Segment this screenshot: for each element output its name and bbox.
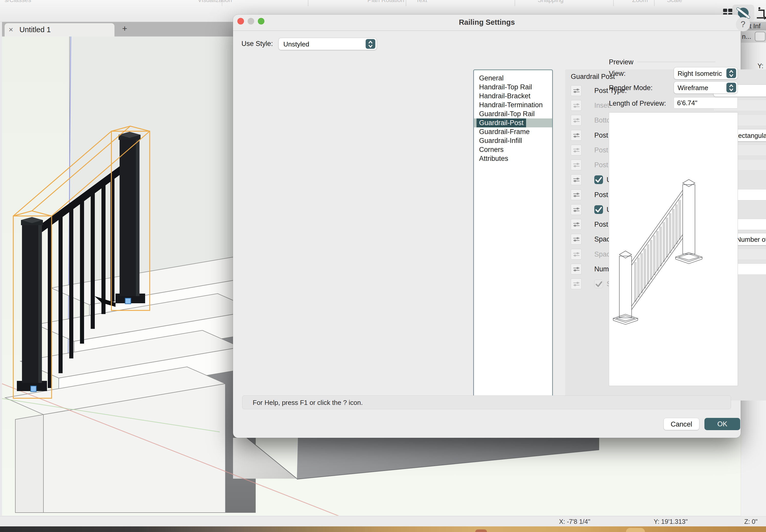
section-title: Guardrail Post — [571, 73, 615, 81]
toolbar-group-scale: Scale — [667, 0, 682, 4]
settings-category-list[interactable]: GeneralHandrail-Top RailHandrail-Bracket… — [473, 69, 553, 401]
category-item-guardrail-frame[interactable]: Guardrail-Frame — [474, 127, 552, 136]
dialog-help-button[interactable]: ? — [736, 17, 750, 31]
toolbar-separator — [406, 0, 406, 6]
selection-handle[interactable] — [31, 386, 36, 392]
stepper-icon — [726, 83, 736, 92]
category-item-handrail-bracket[interactable]: Handrail-Bracket — [474, 92, 552, 101]
tab-close-icon[interactable]: × — [9, 25, 13, 34]
dock-icon-peek — [475, 529, 487, 532]
help-bar: For Help, press F1 or click the ? icon. — [242, 395, 731, 409]
row-options-sliders-icon[interactable] — [571, 234, 582, 245]
preview-render-label: Render Mode: — [609, 84, 653, 92]
railing-settings-dialog: Railing Settings Use Style: Unstyled Gen… — [233, 15, 741, 438]
dock-strip — [0, 526, 766, 532]
crop-tool-icon[interactable] — [756, 7, 766, 20]
y-coordinate-label: Y: — [758, 62, 763, 70]
row-options-sliders-icon[interactable] — [571, 264, 582, 274]
preview-length-label: Length of Preview: — [609, 100, 666, 107]
ok-button[interactable]: OK — [704, 418, 740, 430]
toolbar-group-text: Text — [416, 0, 427, 4]
document-tab-bar: × Untitled 1 + — [2, 22, 235, 37]
cursor-y-readout: Y: 19'1.313" — [654, 518, 688, 525]
preview-title: Preview — [609, 58, 634, 66]
tab-untitled-1[interactable]: × Untitled 1 — [5, 23, 114, 37]
category-item-guardrail-post[interactable]: Guardrail-Post — [474, 118, 552, 127]
selection-handle[interactable] — [125, 298, 131, 304]
category-item-guardrail-top-rail[interactable]: Guardrail-Top Rail — [474, 110, 552, 118]
toolbar-separator — [514, 0, 515, 6]
toolbar-group-zoom: Zoom — [632, 0, 648, 4]
toolbar-group-classes: s/Classes — [5, 0, 31, 4]
row-options-sliders-icon[interactable] — [571, 174, 582, 185]
new-tab-button[interactable]: + — [122, 23, 127, 33]
toolbar-group-snapping: Snapping — [537, 0, 563, 4]
preview-view-label: View: — [609, 70, 626, 78]
row-options-sliders-icon[interactable] — [571, 145, 582, 155]
row-options-sliders-icon[interactable] — [571, 219, 582, 230]
toolbar-separator — [613, 0, 614, 6]
toolbar-separator — [654, 0, 655, 6]
stepper-icon — [726, 68, 736, 78]
dialog-title: Railing Settings — [233, 18, 741, 27]
stepper-icon — [366, 39, 375, 49]
tab-icon[interactable] — [755, 32, 765, 41]
preview-render-select[interactable]: Wireframe — [674, 81, 738, 94]
category-item-guardrail-infill[interactable]: Guardrail-Infill — [474, 136, 552, 145]
use-style-label: Use Style: — [242, 40, 273, 48]
category-item-handrail-termination[interactable]: Handrail-Termination — [474, 101, 552, 110]
toolbar-separator — [308, 0, 308, 6]
toolbar-separator — [222, 0, 222, 6]
checkbox[interactable] — [594, 175, 603, 184]
toolbar-group-visualization: Visualization — [198, 0, 232, 4]
row-options-sliders-icon[interactable] — [571, 249, 582, 260]
row-options-sliders-icon[interactable] — [571, 204, 582, 215]
category-item-handrail-top-rail[interactable]: Handrail-Top Rail — [474, 83, 552, 92]
preview-canvas — [609, 112, 738, 386]
toolbar-group-plan-rotation: Plan Rotation — [367, 0, 404, 4]
use-style-select[interactable]: Unstyled — [279, 38, 377, 50]
category-item-attributes[interactable]: Attributes — [474, 154, 552, 163]
row-options-sliders-icon[interactable] — [571, 115, 582, 126]
category-item-general[interactable]: General — [474, 74, 552, 83]
dialog-titlebar: Railing Settings — [233, 15, 741, 31]
cursor-z-readout: Z: 0" — [744, 518, 758, 525]
preview-length-input[interactable] — [674, 97, 738, 108]
row-options-sliders-icon[interactable] — [571, 189, 582, 200]
category-item-corners[interactable]: Corners — [474, 145, 552, 154]
status-bar: X: -7'8 1/4" Y: 19'1.313" Z: 0" — [0, 516, 766, 526]
checkbox — [594, 280, 603, 288]
cancel-button[interactable]: Cancel — [664, 418, 699, 430]
preview-view-select[interactable]: Right Isometric — [674, 67, 738, 79]
checkbox[interactable] — [594, 205, 603, 214]
row-options-sliders-icon[interactable] — [571, 85, 582, 96]
tab-title: Untitled 1 — [19, 26, 51, 34]
row-options-sliders-icon[interactable] — [571, 160, 582, 170]
row-options-sliders-icon[interactable] — [571, 279, 582, 289]
object-info-tabs[interactable]: n... — [741, 30, 766, 43]
row-options-sliders-icon[interactable] — [571, 130, 582, 141]
railing-wireframe-preview — [609, 113, 738, 386]
row-options-sliders-icon[interactable] — [571, 100, 582, 111]
dock-icon-peek — [626, 528, 645, 532]
cursor-x-readout: X: -7'8 1/4" — [559, 518, 590, 525]
help-text: For Help, press F1 or click the ? icon. — [253, 399, 363, 407]
